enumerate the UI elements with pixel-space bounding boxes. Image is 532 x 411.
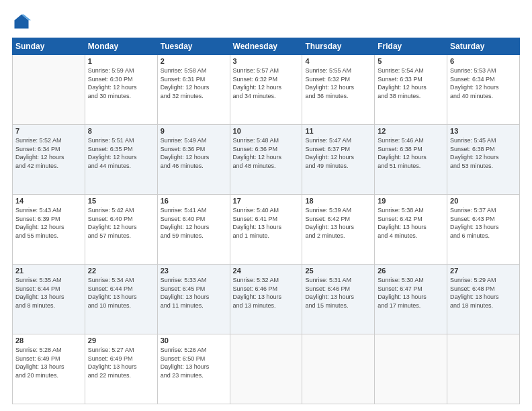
day-info: Sunrise: 5:45 AM Sunset: 6:38 PM Dayligh… [450, 136, 517, 170]
day-number: 15 [88, 197, 154, 205]
day-number: 23 [161, 267, 227, 275]
day-info: Sunrise: 5:38 AM Sunset: 6:42 PM Dayligh… [378, 206, 444, 240]
calendar-cell: 4Sunrise: 5:55 AM Sunset: 6:32 PM Daylig… [302, 55, 375, 125]
calendar-cell: 9Sunrise: 5:49 AM Sunset: 6:36 PM Daylig… [157, 125, 230, 195]
calendar-cell: 20Sunrise: 5:37 AM Sunset: 6:43 PM Dayli… [447, 195, 520, 265]
day-number: 22 [88, 267, 154, 275]
calendar-cell: 14Sunrise: 5:43 AM Sunset: 6:39 PM Dayli… [13, 195, 85, 265]
calendar-cell: 19Sunrise: 5:38 AM Sunset: 6:42 PM Dayli… [375, 195, 447, 265]
day-info: Sunrise: 5:39 AM Sunset: 6:42 PM Dayligh… [305, 206, 371, 240]
calendar-cell: 18Sunrise: 5:39 AM Sunset: 6:42 PM Dayli… [302, 195, 375, 265]
logo-icon [12, 12, 31, 31]
day-number: 5 [378, 57, 444, 65]
calendar-cell: 6Sunrise: 5:53 AM Sunset: 6:34 PM Daylig… [447, 55, 520, 125]
week-row-1: 1Sunrise: 5:59 AM Sunset: 6:30 PM Daylig… [13, 55, 520, 125]
day-info: Sunrise: 5:35 AM Sunset: 6:44 PM Dayligh… [15, 276, 82, 310]
calendar-cell: 7Sunrise: 5:52 AM Sunset: 6:34 PM Daylig… [13, 125, 85, 195]
calendar-cell: 8Sunrise: 5:51 AM Sunset: 6:35 PM Daylig… [85, 125, 157, 195]
weekday-header-monday: Monday [85, 38, 157, 55]
day-info: Sunrise: 5:32 AM Sunset: 6:46 PM Dayligh… [233, 276, 300, 310]
day-number: 1 [88, 57, 154, 65]
day-info: Sunrise: 5:28 AM Sunset: 6:49 PM Dayligh… [15, 346, 82, 379]
calendar-cell: 3Sunrise: 5:57 AM Sunset: 6:32 PM Daylig… [230, 55, 302, 125]
day-info: Sunrise: 5:29 AM Sunset: 6:48 PM Dayligh… [450, 276, 517, 310]
calendar-cell [375, 334, 447, 404]
calendar-cell: 17Sunrise: 5:40 AM Sunset: 6:41 PM Dayli… [230, 195, 302, 265]
calendar-cell: 28Sunrise: 5:28 AM Sunset: 6:49 PM Dayli… [13, 334, 85, 404]
day-info: Sunrise: 5:37 AM Sunset: 6:43 PM Dayligh… [450, 206, 517, 240]
day-info: Sunrise: 5:30 AM Sunset: 6:47 PM Dayligh… [378, 276, 444, 310]
calendar-cell: 16Sunrise: 5:41 AM Sunset: 6:40 PM Dayli… [157, 195, 230, 265]
day-number: 2 [161, 57, 227, 65]
calendar-cell: 11Sunrise: 5:47 AM Sunset: 6:37 PM Dayli… [302, 125, 375, 195]
calendar-cell: 26Sunrise: 5:30 AM Sunset: 6:47 PM Dayli… [375, 265, 447, 334]
day-info: Sunrise: 5:59 AM Sunset: 6:30 PM Dayligh… [88, 66, 154, 100]
day-number: 16 [161, 197, 227, 205]
day-info: Sunrise: 5:48 AM Sunset: 6:36 PM Dayligh… [233, 136, 300, 170]
logo [12, 12, 34, 31]
day-number: 18 [305, 197, 371, 205]
day-number: 14 [15, 197, 82, 205]
calendar-cell: 5Sunrise: 5:54 AM Sunset: 6:33 PM Daylig… [375, 55, 447, 125]
day-number: 9 [161, 127, 227, 135]
day-info: Sunrise: 5:52 AM Sunset: 6:34 PM Dayligh… [15, 136, 82, 170]
day-number: 11 [305, 127, 371, 135]
day-number: 13 [450, 127, 517, 135]
calendar-table: SundayMondayTuesdayWednesdayThursdayFrid… [12, 38, 520, 404]
calendar-cell: 12Sunrise: 5:46 AM Sunset: 6:38 PM Dayli… [375, 125, 447, 195]
day-info: Sunrise: 5:53 AM Sunset: 6:34 PM Dayligh… [450, 66, 517, 100]
day-number: 25 [305, 267, 371, 275]
day-info: Sunrise: 5:31 AM Sunset: 6:46 PM Dayligh… [305, 276, 371, 310]
weekday-header-thursday: Thursday [302, 38, 375, 55]
calendar-cell: 13Sunrise: 5:45 AM Sunset: 6:38 PM Dayli… [447, 125, 520, 195]
calendar-cell [447, 334, 520, 404]
day-number: 28 [15, 336, 82, 345]
calendar-cell: 22Sunrise: 5:34 AM Sunset: 6:44 PM Dayli… [85, 265, 157, 334]
calendar-cell: 29Sunrise: 5:27 AM Sunset: 6:49 PM Dayli… [85, 334, 157, 404]
day-info: Sunrise: 5:49 AM Sunset: 6:36 PM Dayligh… [161, 136, 227, 170]
day-number: 17 [233, 197, 300, 205]
day-number: 6 [450, 57, 517, 65]
calendar-cell: 30Sunrise: 5:26 AM Sunset: 6:50 PM Dayli… [157, 334, 230, 404]
calendar-cell: 1Sunrise: 5:59 AM Sunset: 6:30 PM Daylig… [85, 55, 157, 125]
day-number: 4 [305, 57, 371, 65]
day-info: Sunrise: 5:42 AM Sunset: 6:40 PM Dayligh… [88, 206, 154, 240]
day-number: 7 [15, 127, 82, 135]
calendar-cell [13, 55, 85, 125]
calendar-cell: 10Sunrise: 5:48 AM Sunset: 6:36 PM Dayli… [230, 125, 302, 195]
calendar-cell [302, 334, 375, 404]
header [12, 12, 520, 31]
calendar-cell: 15Sunrise: 5:42 AM Sunset: 6:40 PM Dayli… [85, 195, 157, 265]
calendar-cell: 2Sunrise: 5:58 AM Sunset: 6:31 PM Daylig… [157, 55, 230, 125]
day-info: Sunrise: 5:57 AM Sunset: 6:32 PM Dayligh… [233, 66, 300, 100]
day-info: Sunrise: 5:40 AM Sunset: 6:41 PM Dayligh… [233, 206, 300, 240]
day-info: Sunrise: 5:33 AM Sunset: 6:45 PM Dayligh… [161, 276, 227, 310]
day-number: 26 [378, 267, 444, 275]
page: SundayMondayTuesdayWednesdayThursdayFrid… [0, 0, 532, 411]
week-row-2: 7Sunrise: 5:52 AM Sunset: 6:34 PM Daylig… [13, 125, 520, 195]
svg-marker-0 [15, 15, 29, 29]
day-info: Sunrise: 5:43 AM Sunset: 6:39 PM Dayligh… [15, 206, 82, 240]
weekday-header-row: SundayMondayTuesdayWednesdayThursdayFrid… [13, 38, 520, 55]
day-number: 19 [378, 197, 444, 205]
day-info: Sunrise: 5:51 AM Sunset: 6:35 PM Dayligh… [88, 136, 154, 170]
day-number: 27 [450, 267, 517, 275]
day-number: 30 [161, 336, 227, 345]
calendar-cell: 23Sunrise: 5:33 AM Sunset: 6:45 PM Dayli… [157, 265, 230, 334]
week-row-3: 14Sunrise: 5:43 AM Sunset: 6:39 PM Dayli… [13, 195, 520, 265]
calendar-cell: 27Sunrise: 5:29 AM Sunset: 6:48 PM Dayli… [447, 265, 520, 334]
day-info: Sunrise: 5:54 AM Sunset: 6:33 PM Dayligh… [378, 66, 444, 100]
calendar-cell: 25Sunrise: 5:31 AM Sunset: 6:46 PM Dayli… [302, 265, 375, 334]
day-info: Sunrise: 5:34 AM Sunset: 6:44 PM Dayligh… [88, 276, 154, 310]
day-info: Sunrise: 5:58 AM Sunset: 6:31 PM Dayligh… [161, 66, 227, 100]
day-number: 29 [88, 336, 154, 345]
day-number: 3 [233, 57, 300, 65]
day-info: Sunrise: 5:27 AM Sunset: 6:49 PM Dayligh… [88, 346, 154, 379]
day-info: Sunrise: 5:46 AM Sunset: 6:38 PM Dayligh… [378, 136, 444, 170]
weekday-header-saturday: Saturday [447, 38, 520, 55]
calendar-cell: 21Sunrise: 5:35 AM Sunset: 6:44 PM Dayli… [13, 265, 85, 334]
week-row-5: 28Sunrise: 5:28 AM Sunset: 6:49 PM Dayli… [13, 334, 520, 404]
weekday-header-friday: Friday [375, 38, 447, 55]
day-number: 24 [233, 267, 300, 275]
day-info: Sunrise: 5:41 AM Sunset: 6:40 PM Dayligh… [161, 206, 227, 240]
